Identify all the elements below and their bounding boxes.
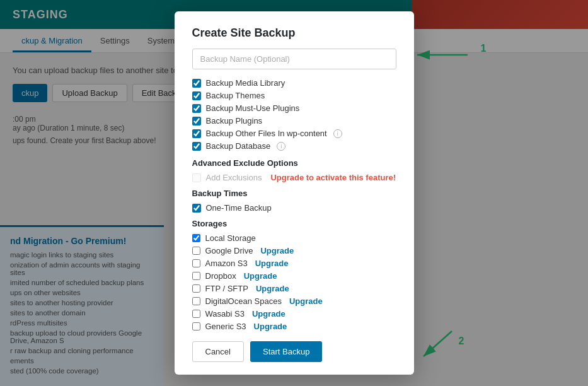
checkbox-other-files: Backup Other Files In wp-content i <box>192 129 396 138</box>
annotation-arrow-1 <box>411 45 474 64</box>
storage-wasabi: Wasabi S3 Upgrade <box>192 309 396 319</box>
backup-times-heading: Backup Times <box>192 189 396 198</box>
checkbox-themes-input[interactable] <box>192 91 201 100</box>
storage-amazon-s3-checkbox[interactable] <box>192 259 200 267</box>
storage-digitalocean-label: DigitalOcean Spaces <box>205 296 282 306</box>
modal-overlay: 1 2 Create Site Backup Backup Media Libr… <box>0 0 588 386</box>
checkbox-plugins-input[interactable] <box>192 117 201 126</box>
backup-name-input[interactable] <box>192 49 396 69</box>
advanced-exclude-heading: Advanced Exclude Options <box>192 158 396 168</box>
modal-wrapper: 1 2 Create Site Backup Backup Media Libr… <box>175 11 414 375</box>
add-exclusions-row: Add Exclusions Upgrade to activate this … <box>192 173 396 182</box>
checkbox-other-files-label: Backup Other Files In wp-content <box>206 129 327 138</box>
backup-options-section: Backup Media Library Backup Themes Backu… <box>192 78 396 151</box>
storage-digitalocean-upgrade[interactable]: Upgrade <box>289 296 323 306</box>
storage-ftp-label: FTP / SFTP <box>205 284 248 293</box>
modal-title: Create Site Backup <box>192 26 396 40</box>
other-files-info-icon[interactable]: i <box>333 129 342 138</box>
storage-ftp: FTP / SFTP Upgrade <box>192 284 396 293</box>
storage-amazon-s3-upgrade[interactable]: Upgrade <box>255 259 289 268</box>
storage-ftp-upgrade[interactable]: Upgrade <box>256 284 289 293</box>
create-backup-modal: Create Site Backup Backup Media Library … <box>175 11 414 375</box>
checkbox-media-library: Backup Media Library <box>192 78 396 88</box>
one-time-backup-label: One-Time Backup <box>206 203 272 213</box>
storage-local: Local Storage <box>192 233 396 243</box>
storage-ftp-checkbox[interactable] <box>192 284 200 293</box>
checkbox-must-use-plugins-label: Backup Must-Use Plugins <box>206 103 300 113</box>
checkbox-must-use-plugins: Backup Must-Use Plugins <box>192 103 396 113</box>
storage-google-drive-upgrade[interactable]: Upgrade <box>260 246 294 255</box>
storage-google-drive: Google Drive Upgrade <box>192 246 396 255</box>
annotation-number-1: 1 <box>481 43 487 54</box>
storage-wasabi-checkbox[interactable] <box>192 310 200 318</box>
advanced-upgrade-text: Upgrade to activate this feature! <box>270 173 396 182</box>
storage-google-drive-checkbox[interactable] <box>192 247 200 255</box>
svg-line-3 <box>424 331 452 356</box>
checkbox-themes: Backup Themes <box>192 91 396 100</box>
storage-generic-s3-checkbox[interactable] <box>192 322 200 330</box>
add-exclusions-label: Add Exclusions <box>206 173 262 182</box>
storage-wasabi-label: Wasabi S3 <box>205 309 245 319</box>
one-time-backup-row: One-Time Backup <box>192 203 396 213</box>
checkbox-plugins-label: Backup Plugins <box>206 116 263 126</box>
storages-heading: Storages <box>192 219 396 228</box>
checkbox-other-files-input[interactable] <box>192 129 201 138</box>
storage-google-drive-label: Google Drive <box>205 246 253 255</box>
storage-wasabi-upgrade[interactable]: Upgrade <box>252 309 285 319</box>
checkbox-media-library-label: Backup Media Library <box>206 78 285 88</box>
storage-dropbox-label: Dropbox <box>205 271 236 281</box>
storage-generic-s3-label: Generic S3 <box>205 322 246 331</box>
storage-local-label: Local Storage <box>205 233 256 243</box>
storage-digitalocean-checkbox[interactable] <box>192 297 200 305</box>
storage-dropbox: Dropbox Upgrade <box>192 271 396 281</box>
storage-amazon-s3: Amazon S3 Upgrade <box>192 259 396 268</box>
one-time-backup-checkbox[interactable] <box>192 204 201 213</box>
add-exclusions-checkbox <box>192 173 201 182</box>
checkbox-plugins: Backup Plugins <box>192 116 396 126</box>
storage-amazon-s3-label: Amazon S3 <box>205 259 248 268</box>
storage-digitalocean: DigitalOcean Spaces Upgrade <box>192 296 396 306</box>
database-info-icon[interactable]: i <box>277 142 285 151</box>
modal-footer: Cancel Start Backup <box>192 341 396 362</box>
start-backup-button[interactable]: Start Backup <box>250 341 322 362</box>
cancel-button[interactable]: Cancel <box>192 341 244 362</box>
checkbox-must-use-plugins-input[interactable] <box>192 104 201 113</box>
storage-local-checkbox[interactable] <box>192 234 200 242</box>
storage-generic-s3: Generic S3 Upgrade <box>192 322 396 331</box>
annotation-arrow-2 <box>417 328 468 366</box>
annotation-number-2: 2 <box>459 336 464 347</box>
checkbox-database-label: Backup Database <box>206 141 271 151</box>
checkbox-themes-label: Backup Themes <box>206 91 265 100</box>
storage-generic-s3-upgrade[interactable]: Upgrade <box>254 322 287 331</box>
checkbox-database-input[interactable] <box>192 142 201 151</box>
storage-dropbox-checkbox[interactable] <box>192 272 200 280</box>
checkbox-media-library-input[interactable] <box>192 79 201 88</box>
storage-dropbox-upgrade[interactable]: Upgrade <box>244 271 277 281</box>
checkbox-database: Backup Database i <box>192 141 396 151</box>
backup-name-row <box>192 49 396 69</box>
